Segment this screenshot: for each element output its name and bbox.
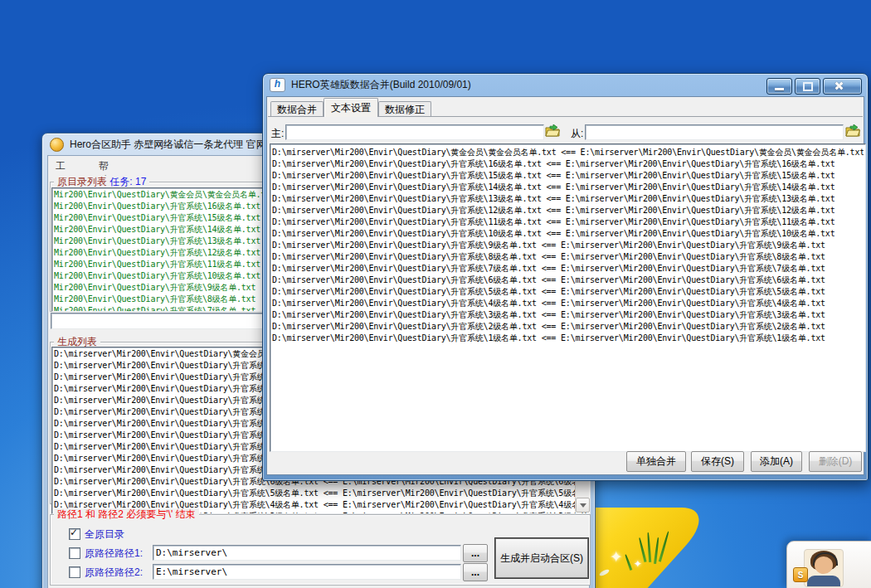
path1-label: 原路径路径1: xyxy=(85,547,143,561)
task-count-label: 任务: 17 xyxy=(109,176,146,187)
list-item[interactable]: D:\mirserver\Mir200\Envir\QuestDiary\升官系… xyxy=(272,298,864,309)
from-browse-folder-icon[interactable] xyxy=(844,123,861,138)
path-group-warning: 路径1 和 路径2 必须要与'\' 结束 xyxy=(54,508,199,520)
main-field-label: 主: xyxy=(271,127,284,141)
generate-start-merge-button[interactable]: 生成并启动合区(S) xyxy=(495,538,588,578)
all-dirs-label: 全原目录 xyxy=(85,527,124,542)
avatar-body xyxy=(807,576,840,587)
list-item[interactable]: D:\mirserver\Mir200\Envir\QuestDiary\升官系… xyxy=(272,158,864,170)
list-item[interactable]: D:\mirserver\Mir200\Envir\QuestDiary\升官系… xyxy=(272,309,864,321)
merge-window-title: HERO英雄版数据合并(Build 2010/09/01) xyxy=(291,78,471,92)
delete-button[interactable]: 删除(D) xyxy=(809,451,862,472)
close-icon[interactable] xyxy=(823,78,862,95)
list-item[interactable]: D:\mirserver\Mir200\Envir\QuestDiary\升官系… xyxy=(272,275,864,286)
tab-text-settings[interactable]: 文本设置 xyxy=(324,98,378,117)
list-item[interactable]: D:\mirserver\Mir200\Envir\QuestDiary\黄金会… xyxy=(272,147,864,158)
from-field-label: 从: xyxy=(571,127,583,141)
service-avatar xyxy=(804,549,844,587)
scroll-down-button[interactable] xyxy=(576,498,590,513)
list-item[interactable]: D:\mirserver\Mir200\Envir\QuestDiary\升官系… xyxy=(272,228,864,240)
add-button[interactable]: 添加(A) xyxy=(751,451,802,472)
tab-data-fix[interactable]: 数据修正 xyxy=(378,101,431,117)
path-group: 路径1 和 路径2 必须要与'\' 结束 全原目录 原路径路径1: ... 原路… xyxy=(50,514,591,586)
main-browse-folder-icon[interactable] xyxy=(544,123,561,138)
path2-input[interactable] xyxy=(153,564,461,580)
path2-checkbox[interactable] xyxy=(69,566,80,578)
tab-data-merge[interactable]: 数据合并 xyxy=(270,101,324,117)
list-item[interactable]: D:\mirserver\Mir200\Envir\QuestDiary\升官系… xyxy=(272,251,864,263)
path1-input[interactable] xyxy=(153,545,461,561)
list-item[interactable]: D:\mirserver\Mir200\Envir\QuestDiary\升官系… xyxy=(272,170,864,182)
text-settings-page: 主: 从: D xyxy=(268,116,863,474)
minimize-icon[interactable] xyxy=(766,78,792,95)
list-item[interactable]: D:\mirserver\Mir200\Envir\QuestDiary\升官系… xyxy=(272,263,864,275)
list-item[interactable]: D:\mirserver\Mir200\Envir\QuestDiary\升官系… xyxy=(272,333,864,344)
service-popup[interactable]: S xyxy=(786,541,871,588)
window-controls xyxy=(766,78,862,95)
source-group-label: 原目录列表 任务: 17 xyxy=(54,176,149,187)
sparkle-flower-icon xyxy=(610,547,623,566)
path2-label: 原路径路径2: xyxy=(85,566,143,580)
path2-browse-button[interactable]: ... xyxy=(463,563,488,581)
hero-merge-app-icon xyxy=(270,78,285,92)
background-window-title: Hero合区助手 赤壁网络诚信一条龙代理 官网 xyxy=(70,138,266,152)
list-item[interactable]: D:\mirserver\Mir200\Envir\QuestDiary\升官系… xyxy=(272,205,864,216)
list-item[interactable]: D:\mirserver\Mir200\Envir\QuestDiary\升官系… xyxy=(272,182,864,193)
save-button[interactable]: 保存(S) xyxy=(691,451,744,472)
hero-app-icon xyxy=(50,138,64,152)
maximize-icon[interactable] xyxy=(795,78,820,95)
list-item[interactable]: D:\mirserver\Mir200\Envir\QuestDiary\升官系… xyxy=(272,286,864,298)
path1-checkbox[interactable] xyxy=(69,547,80,559)
path1-browse-button[interactable]: ... xyxy=(463,544,488,562)
list-item[interactable]: D:\mirserver\Mir200\Envir\QuestDiary\升官系… xyxy=(272,216,864,228)
all-dirs-checkbox[interactable] xyxy=(69,528,80,540)
sparkle-flower-icon xyxy=(634,558,642,570)
merge-window-client: 数据合并 文本设置 数据修正 主: 从: xyxy=(266,96,864,475)
merge-single-button[interactable]: 单独合并 xyxy=(626,451,686,472)
source-group-title: 原目录列表 xyxy=(57,176,107,187)
merge-window: HERO英雄版数据合并(Build 2010/09/01) 数据合并 文本设置 … xyxy=(262,73,869,481)
generated-group-label: 生成列表 xyxy=(54,336,100,347)
from-file-input[interactable] xyxy=(585,124,844,140)
list-item[interactable]: D:\mirserver\Mir200\Envir\QuestDiary\升官系… xyxy=(272,240,864,251)
list-item[interactable]: D:\mirserver\Mir200\Envir\QuestDiary\升官系… xyxy=(272,321,864,333)
list-item[interactable]: D:\mirserver\Mir200\Envir\QuestDiary\升官系… xyxy=(272,193,864,205)
service-badge-icon: S xyxy=(793,567,808,582)
list-item[interactable]: D:\mirserver\Mir200\Envir\QuestDiary\升官系… xyxy=(54,488,588,499)
merge-file-listbox[interactable]: D:\mirserver\Mir200\Envir\QuestDiary\黄金会… xyxy=(270,143,866,452)
main-file-input[interactable] xyxy=(285,124,544,140)
desktop-wallpaper: Hero合区助手 赤壁网络诚信一条龙代理 官网 工具(X) 帮助(Z) 原目录列… xyxy=(0,0,871,588)
